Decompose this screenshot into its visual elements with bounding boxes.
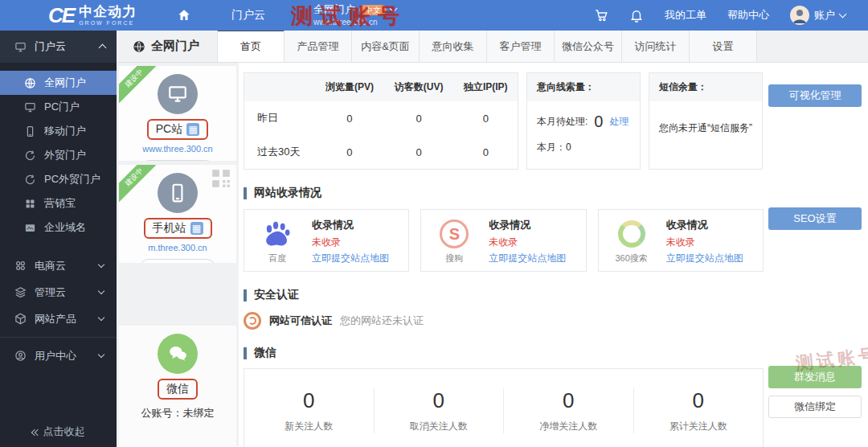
trust-cert-row: 网站可信认证 您的网站还未认证 [244, 312, 764, 330]
section-bar [244, 289, 247, 301]
sidebar-item-label: 移动门户 [44, 124, 86, 138]
globe-icon [24, 77, 36, 89]
grid-badge-icon: ▦ [190, 222, 203, 235]
leads-panel-title: 意向线索量： [527, 73, 640, 101]
ip-value: 0 [453, 101, 518, 135]
section-bar [244, 187, 247, 199]
sidebar-item-trade-portal[interactable]: 外贸门户 [0, 143, 117, 167]
grid-badge-icon: ▦ [186, 123, 199, 136]
index-status-label: 收录情况 [489, 216, 566, 234]
bell-icon[interactable] [629, 8, 644, 23]
test-account-watermark: 测试账号 [291, 2, 407, 31]
account-menu[interactable]: 账户 [790, 6, 845, 25]
brand-logo: CE 中企动力 GROW FORCE [0, 5, 169, 26]
double-chevron-left-icon [32, 425, 39, 437]
trust-cert-icon [244, 312, 261, 330]
seo-section-title-wrap: 网站收录情况 [244, 186, 764, 200]
process-link[interactable]: 处理 [609, 115, 628, 129]
stat-label: 净增关注人数 [504, 420, 633, 433]
submit-sitemap-link[interactable]: 立即提交站点地图 [312, 252, 389, 264]
submit-sitemap-link[interactable]: 立即提交站点地图 [489, 252, 566, 264]
under-construction-ribbon: 建设中 [119, 165, 162, 206]
sidebar-section-portal-cloud[interactable]: 门户云 [0, 31, 117, 63]
tab-leads[interactable]: 意向收集 [420, 30, 487, 62]
user-circle-icon [14, 350, 27, 362]
globe-icon [133, 40, 145, 53]
tab-content-pages[interactable]: 内容&页面 [352, 30, 420, 62]
tab-wechat-official[interactable]: 微信公众号 [555, 30, 622, 62]
pc-site-url-link[interactable]: www.three.300.cn [119, 144, 236, 154]
refresh-globe-icon [24, 150, 36, 162]
wechat-stats-card: 0 新关注人数 0 取消关注人数 0 净增关注人数 0 累计关注人数 [244, 368, 764, 447]
module-title-wrap: 全网门户 [117, 39, 217, 62]
stats-row: 浏览量(PV) 访客数(UV) 独立IP(IP) 昨日 0 0 0 [244, 72, 764, 170]
home-icon[interactable] [177, 8, 191, 23]
submit-sitemap-link[interactable]: 立即提交站点地图 [666, 252, 743, 264]
stat-value: 0 [504, 388, 633, 413]
sidebar-item-all-portal[interactable]: 全网门户 [0, 71, 117, 95]
sidebar-item-label: 全网门户 [44, 76, 86, 90]
traffic-stats-panel: 浏览量(PV) 访客数(UV) 独立IP(IP) 昨日 0 0 0 [244, 72, 518, 170]
refresh-globe-icon [24, 174, 36, 186]
stat-value: 0 [634, 388, 764, 413]
sidebar-group-manage[interactable]: 管理云 [0, 279, 117, 306]
topnav-portal-cloud[interactable]: 门户云 [231, 8, 265, 23]
tab-settings[interactable]: 设置 [690, 30, 757, 62]
leads-panel: 意向线索量： 本月待处理: 0 处理 本月：0 [526, 72, 641, 170]
stat-value: 0 [375, 388, 504, 413]
sidebar-item-marketing[interactable]: 营销宝 [0, 191, 117, 215]
sidebar-item-pc-portal[interactable]: PC门户 [0, 95, 117, 119]
search-engines-row: 百度 收录情况 未收录 立即提交站点地图 S 搜狗 [244, 209, 764, 272]
wechat-bind-button[interactable]: 微信绑定 [768, 396, 862, 418]
qr-code-icon [211, 168, 231, 189]
content: 建设中 PC站 ▦ www.three.300.cn 访问站点 建设中 手机站 [117, 63, 868, 446]
month-total: 本月：0 [537, 141, 630, 154]
main-area: 全网门户 首页 产品管理 内容&页面 意向收集 客户管理 微信公众号 访问统计 … [117, 31, 868, 447]
my-orders-link[interactable]: 我的工单 [665, 8, 706, 23]
mobile-icon [24, 125, 36, 137]
cart-icon[interactable] [594, 8, 608, 23]
pc-site-card: 建设中 PC站 ▦ www.three.300.cn 访问站点 [119, 66, 236, 161]
sidebar-group-ecommerce[interactable]: 电商云 [0, 252, 117, 279]
chevron-down-icon [98, 288, 104, 294]
engine-name: 搜狗 [431, 252, 477, 265]
sidebar-groups: 电商云 管理云 网站产品 用户中心 [0, 252, 117, 369]
sidebar-group-site-products[interactable]: 网站产品 [0, 306, 117, 332]
wechat-stat-unfollow: 0 取消关注人数 [375, 388, 505, 433]
module-header: 全网门户 首页 产品管理 内容&页面 意向收集 客户管理 微信公众号 访问统计 … [117, 31, 868, 63]
cube-icon [14, 313, 27, 325]
layers-icon [14, 286, 27, 298]
sidebar-item-domain[interactable]: 企业域名 [0, 215, 117, 240]
site-card-title: 微信 [166, 382, 189, 396]
ip-value: 0 [453, 135, 518, 169]
chevron-down-icon [98, 351, 104, 358]
index-status-label: 收录情况 [666, 216, 743, 234]
tab-products[interactable]: 产品管理 [285, 30, 352, 62]
sidebar-item-pc-trade-portal[interactable]: PC外贸门户 [0, 167, 117, 191]
mobile-site-url-link[interactable]: m.three.300.cn [119, 243, 236, 252]
baidu-index-card: 百度 收录情况 未收录 立即提交站点地图 [244, 209, 409, 272]
sidebar-items: 全网门户 PC门户 移动门户 外贸门户 PC外贸门户 营销宝 [0, 63, 117, 240]
visit-site-button[interactable]: 访问站点 [139, 259, 216, 263]
sidebar-collapse-button[interactable]: 点击收起 [0, 424, 117, 439]
visual-manage-button[interactable]: 可视化管理 [768, 84, 862, 107]
avatar [790, 6, 809, 25]
brand-tagline: GROW FORCE [79, 20, 137, 26]
site-card-title: 手机站 [153, 221, 186, 236]
sms-panel-title: 短信余量： [649, 73, 762, 101]
engine-name: 360搜索 [608, 252, 655, 265]
sidebar-item-mobile-portal[interactable]: 移动门户 [0, 119, 117, 143]
tab-analytics[interactable]: 访问统计 [622, 30, 690, 62]
sidebar-group-label: 网站产品 [35, 312, 76, 326]
pending-value: 0 [594, 113, 603, 131]
tab-home[interactable]: 首页 [217, 30, 285, 62]
visit-site-button[interactable]: 访问站点 [139, 160, 216, 161]
seo-settings-button[interactable]: SEO设置 [768, 207, 862, 230]
trust-cert-note: 您的网站还未认证 [340, 314, 424, 328]
help-center-link[interactable]: 帮助中心 [727, 8, 769, 23]
monitor-icon [158, 74, 198, 114]
col-pv: 浏览量(PV) [315, 73, 384, 101]
tab-customers[interactable]: 客户管理 [487, 30, 555, 62]
sidebar-group-user-center[interactable]: 用户中心 [0, 342, 117, 369]
sogou-index-card: S 搜狗 收录情况 未收录 立即提交站点地图 [420, 209, 586, 272]
